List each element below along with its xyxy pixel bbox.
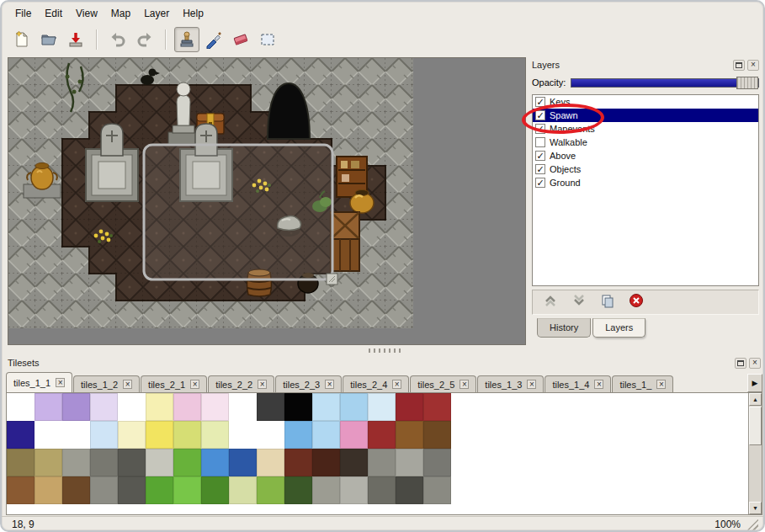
palette-tile-r3c2[interactable] <box>62 476 90 504</box>
layer-row-keys[interactable]: ✓Keys <box>533 95 758 109</box>
palette-tile-r3c10[interactable] <box>284 476 312 504</box>
layer-visibility-checkbox[interactable]: ✓ <box>535 178 545 188</box>
palette-tile-r0c3[interactable] <box>90 393 118 421</box>
layer-row-above[interactable]: ✓Above <box>533 149 758 162</box>
tab-close-icon[interactable]: × <box>527 380 536 389</box>
tileset-tab-tiles_2_2[interactable]: tiles_2_2× <box>208 375 274 392</box>
layers-panel-close-button[interactable]: × <box>747 60 759 71</box>
palette-tile-r1c8[interactable] <box>229 421 257 449</box>
layers-panel-float-button[interactable] <box>733 60 745 71</box>
palette-tile-r1c13[interactable] <box>368 421 396 449</box>
map-selection[interactable] <box>144 145 337 285</box>
palette-tile-r3c14[interactable] <box>396 476 423 504</box>
scroll-down-button[interactable]: ▼ <box>749 502 762 514</box>
layer-visibility-checkbox[interactable] <box>535 137 545 147</box>
palette-tile-r3c15[interactable] <box>423 476 451 504</box>
palette-tile-r2c12[interactable] <box>340 449 368 476</box>
map-viewport[interactable] <box>8 57 526 345</box>
palette-tile-r2c3[interactable] <box>90 449 118 476</box>
resize-grip[interactable] <box>747 519 758 530</box>
palette-tile-r2c10[interactable] <box>284 449 312 476</box>
palette-tile-r3c1[interactable] <box>35 476 62 504</box>
tileset-tab-tiles_2_1[interactable]: tiles_2_1× <box>141 375 207 392</box>
palette-tile-r0c0[interactable] <box>7 393 35 421</box>
palette-tile-r3c6[interactable] <box>173 476 201 504</box>
opacity-slider-handle[interactable] <box>736 77 758 89</box>
palette-tile-r3c11[interactable] <box>312 476 340 504</box>
tilesets-panel-float-button[interactable] <box>735 358 746 369</box>
layer-visibility-checkbox[interactable]: ✓ <box>535 151 545 161</box>
palette-tile-r1c12[interactable] <box>340 421 368 449</box>
select-tool-button[interactable] <box>255 27 280 52</box>
palette-tile-r3c13[interactable] <box>368 476 396 504</box>
palette-tile-r0c15[interactable] <box>423 393 451 421</box>
tileset-tab-tiles_1_3[interactable]: tiles_1_3× <box>477 375 544 392</box>
palette-tile-r0c8[interactable] <box>229 393 257 421</box>
palette-tile-r3c3[interactable] <box>90 476 118 504</box>
tileset-tab-tiles_2_5[interactable]: tiles_2_5× <box>410 375 476 392</box>
palette-tile-r2c1[interactable] <box>35 449 62 476</box>
palette-tile-r0c1[interactable] <box>35 393 62 421</box>
undo-button[interactable] <box>105 27 130 52</box>
tab-close-icon[interactable]: × <box>325 380 334 389</box>
palette-tile-r0c4[interactable] <box>118 393 146 421</box>
menu-help[interactable]: Help <box>176 6 210 21</box>
layer-row-objects[interactable]: ✓Objects <box>533 162 758 176</box>
menu-edit[interactable]: Edit <box>38 6 69 21</box>
tileset-tab-tiles_2_4[interactable]: tiles_2_4× <box>343 375 409 392</box>
palette-tile-r3c9[interactable] <box>257 476 284 504</box>
palette-tile-r0c14[interactable] <box>396 393 423 421</box>
menu-map[interactable]: Map <box>104 6 137 21</box>
palette-tile-r2c13[interactable] <box>368 449 396 476</box>
palette-tile-r1c3[interactable] <box>90 421 118 449</box>
palette-tile-r1c14[interactable] <box>396 421 423 449</box>
palette-scrollbar[interactable]: ▲ ▼ <box>748 393 762 514</box>
palette-tile-r3c5[interactable] <box>146 476 173 504</box>
palette-tile-r0c6[interactable] <box>173 393 201 421</box>
palette-tile-r2c6[interactable] <box>173 449 201 476</box>
tab-close-icon[interactable]: × <box>392 380 401 389</box>
palette-tile-r2c2[interactable] <box>62 449 90 476</box>
tab-history[interactable]: History <box>537 318 591 338</box>
map-canvas[interactable] <box>8 58 413 328</box>
palette-tile-r2c9[interactable] <box>257 449 284 476</box>
tab-close-icon[interactable]: × <box>123 380 132 389</box>
palette-tile-r0c2[interactable] <box>62 393 90 421</box>
duplicate-layer-button[interactable] <box>598 293 617 311</box>
palette-tile-r0c5[interactable] <box>146 393 173 421</box>
palette-tile-r2c5[interactable] <box>146 449 173 476</box>
layer-row-walkable[interactable]: Walkable <box>533 136 758 149</box>
palette-tile-r0c7[interactable] <box>201 393 229 421</box>
tileset-tab-tiles_1_2[interactable]: tiles_1_2× <box>73 375 140 392</box>
delete-layer-button[interactable] <box>627 293 645 311</box>
palette-tile-r3c4[interactable] <box>118 476 146 504</box>
palette-tile-r1c5[interactable] <box>146 421 173 449</box>
tab-close-icon[interactable]: × <box>56 378 65 387</box>
layer-visibility-checkbox[interactable]: ✓ <box>535 124 545 134</box>
tileset-tab-tiles_1_1[interactable]: tiles_1_1× <box>6 372 72 392</box>
new-file-button[interactable] <box>9 27 35 52</box>
palette-tile-r2c14[interactable] <box>396 449 423 476</box>
eraser-tool-button[interactable] <box>228 27 253 52</box>
palette-tile-r1c0[interactable] <box>7 421 35 449</box>
scroll-up-button[interactable]: ▲ <box>749 393 762 406</box>
tab-close-icon[interactable]: × <box>190 380 199 389</box>
palette-tile-r0c9[interactable] <box>257 393 284 421</box>
palette-tile-r2c0[interactable] <box>7 449 35 476</box>
menu-layer[interactable]: Layer <box>137 6 176 21</box>
tilesets-panel-close-button[interactable]: × <box>749 358 761 369</box>
layer-row-mapevents[interactable]: ✓Mapevents <box>533 122 758 136</box>
palette-tile-r0c10[interactable] <box>284 393 312 421</box>
tab-close-icon[interactable]: × <box>258 380 267 389</box>
lower-layer-button[interactable] <box>570 293 588 311</box>
tab-close-icon[interactable]: × <box>594 380 603 389</box>
open-file-button[interactable] <box>36 27 61 52</box>
layer-row-ground[interactable]: ✓Ground <box>533 176 758 189</box>
palette-tile-r0c13[interactable] <box>368 393 396 421</box>
palette-tile-r3c12[interactable] <box>340 476 368 504</box>
raise-layer-button[interactable] <box>541 293 560 311</box>
tileset-tab-tiles_1_[interactable]: tiles_1_× <box>612 375 673 392</box>
palette-tile-r1c2[interactable] <box>62 421 90 449</box>
palette-tile-r1c9[interactable] <box>257 421 284 449</box>
palette-tile-r0c12[interactable] <box>340 393 368 421</box>
